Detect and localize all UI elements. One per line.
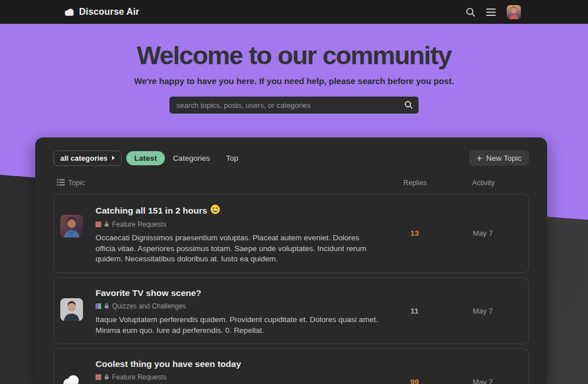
topic-title[interactable]: Favorite TV show scene? bbox=[96, 288, 392, 298]
topic-rows: Catching all 151 in 2 hours bbox=[53, 194, 529, 384]
category-name: Feature Requests bbox=[112, 373, 166, 381]
topic-list-panel: all categories Latest Categories Top + N… bbox=[35, 137, 547, 384]
search-submit-icon[interactable] bbox=[404, 101, 413, 111]
tab-top[interactable]: Top bbox=[218, 151, 246, 165]
category-name: Quizzes and Challenges bbox=[112, 302, 186, 310]
topic-title[interactable]: Catching all 151 in 2 hours bbox=[96, 204, 392, 216]
replies-count[interactable]: 13 bbox=[392, 229, 437, 237]
topic-title[interactable]: Coolest thing you have seen today bbox=[96, 359, 392, 369]
category-name: Feature Requests bbox=[112, 220, 166, 228]
new-topic-label: New Topic bbox=[486, 154, 521, 162]
topic-category[interactable]: Quizzes and Challenges bbox=[96, 301, 392, 311]
search-input[interactable] bbox=[169, 97, 419, 114]
topic-avatar[interactable] bbox=[60, 215, 83, 237]
topic-avatar[interactable] bbox=[60, 298, 83, 321]
column-replies[interactable]: Replies bbox=[392, 179, 438, 187]
category-filter-label: all categories bbox=[60, 154, 107, 162]
topic-row[interactable]: Favorite TV show scene? Quizzes and Chal… bbox=[53, 277, 529, 344]
site-header: Discourse Air bbox=[0, 0, 588, 24]
topic-row[interactable]: Coolest thing you have seen today Featur… bbox=[53, 348, 529, 384]
new-topic-button[interactable]: + New Topic bbox=[469, 150, 529, 166]
column-topic[interactable]: Topic bbox=[68, 179, 85, 187]
topic-category[interactable]: Feature Requests bbox=[96, 372, 392, 382]
column-activity[interactable]: Activity bbox=[438, 179, 529, 187]
tab-latest[interactable]: Latest bbox=[126, 151, 165, 165]
caret-right-icon bbox=[112, 156, 115, 160]
user-avatar[interactable] bbox=[507, 5, 521, 19]
welcome-heading: Welcome to our community bbox=[0, 41, 588, 70]
plus-icon: + bbox=[477, 153, 482, 163]
topic-category[interactable]: Feature Requests bbox=[96, 219, 392, 229]
list-tabs: Latest Categories Top bbox=[126, 151, 246, 165]
grinning-emoji bbox=[210, 204, 220, 216]
list-icon bbox=[57, 179, 65, 187]
lock-icon bbox=[104, 219, 109, 229]
tab-categories[interactable]: Categories bbox=[165, 151, 218, 165]
category-badge bbox=[96, 222, 101, 227]
replies-count[interactable]: 11 bbox=[392, 307, 437, 315]
topic-excerpt: Itaque Voluptatem perferendis quidem. Pr… bbox=[96, 315, 380, 336]
category-badge bbox=[96, 374, 101, 380]
activity-date[interactable]: May 7 bbox=[437, 229, 528, 237]
activity-date[interactable]: May 7 bbox=[437, 378, 528, 384]
category-badge bbox=[96, 303, 101, 309]
cloud-logo-icon bbox=[64, 8, 75, 16]
topic-row[interactable]: Catching all 151 in 2 hours bbox=[53, 194, 529, 273]
welcome-subtitle: We're happy to have you here. If you nee… bbox=[0, 76, 588, 86]
site-title: Discourse Air bbox=[79, 7, 139, 17]
search-icon[interactable] bbox=[466, 7, 475, 17]
replies-count[interactable]: 99 bbox=[392, 378, 437, 384]
lock-icon bbox=[104, 301, 109, 311]
hamburger-menu-icon[interactable] bbox=[486, 9, 496, 16]
list-controls: all categories Latest Categories Top + N… bbox=[53, 150, 529, 166]
activity-date[interactable]: May 7 bbox=[437, 307, 528, 315]
topic-list-header: Topic Replies Activity bbox=[53, 178, 529, 188]
category-filter-dropdown[interactable]: all categories bbox=[53, 151, 122, 166]
topic-avatar-cloud-icon[interactable] bbox=[60, 369, 83, 384]
lock-icon bbox=[104, 372, 109, 382]
topic-excerpt: Occaecati Dignissimos praesentium volupt… bbox=[96, 233, 380, 265]
site-logo[interactable]: Discourse Air bbox=[64, 7, 139, 17]
